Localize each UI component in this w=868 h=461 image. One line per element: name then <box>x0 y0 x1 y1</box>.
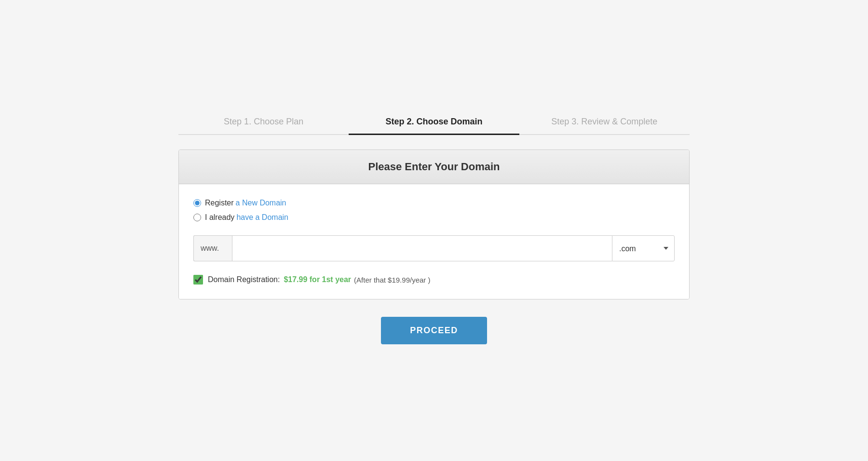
radio-register-new-input[interactable] <box>193 199 201 207</box>
www-prefix: www. <box>193 235 232 261</box>
steps-nav: Step 1. Choose Plan Step 2. Choose Domai… <box>178 117 690 135</box>
domain-text-input[interactable] <box>232 235 612 261</box>
domain-registration-row: Domain Registration: $17.99 for 1st year… <box>193 275 675 285</box>
radio-have-domain-link: have a Domain <box>236 213 288 222</box>
step1-label: Step 1. Choose Plan <box>224 117 303 126</box>
proceed-btn-wrapper: PROCEED <box>381 317 487 344</box>
registration-price-highlight: $17.99 for 1st year <box>284 275 351 284</box>
steps-container: Step 1. Choose Plan Step 2. Choose Domai… <box>178 117 690 135</box>
domain-card: Please Enter Your Domain Register a New … <box>178 149 690 299</box>
radio-register-new[interactable]: Register a New Domain <box>193 199 675 207</box>
step3-nav[interactable]: Step 3. Review & Complete <box>519 117 690 135</box>
radio-register-new-prefix: Register <box>205 199 234 207</box>
step3-label: Step 3. Review & Complete <box>551 117 657 126</box>
step1-nav[interactable]: Step 1. Choose Plan <box>178 117 349 135</box>
radio-have-domain-input[interactable] <box>193 214 201 221</box>
domain-registration-checkbox[interactable] <box>193 275 203 285</box>
domain-tld-select[interactable]: .com .net .org .info .biz <box>612 235 675 261</box>
registration-label: Domain Registration: <box>208 275 280 284</box>
card-header-title: Please Enter Your Domain <box>368 161 500 173</box>
proceed-button[interactable]: PROCEED <box>381 317 487 344</box>
radio-register-new-link: a New Domain <box>236 199 286 207</box>
domain-card-body: Register a New Domain I already have a D… <box>179 184 689 299</box>
domain-radio-group: Register a New Domain I already have a D… <box>193 199 675 222</box>
radio-have-domain-prefix: I already <box>205 213 234 222</box>
domain-card-header: Please Enter Your Domain <box>179 150 689 184</box>
radio-have-domain[interactable]: I already have a Domain <box>193 213 675 222</box>
registration-price-regular: (After that $19.99/year ) <box>354 276 430 284</box>
step2-nav[interactable]: Step 2. Choose Domain <box>349 117 519 135</box>
step2-label: Step 2. Choose Domain <box>385 117 482 126</box>
domain-input-row: www. .com .net .org .info .biz <box>193 235 675 261</box>
page-wrapper: Step 1. Choose Plan Step 2. Choose Domai… <box>0 0 868 461</box>
